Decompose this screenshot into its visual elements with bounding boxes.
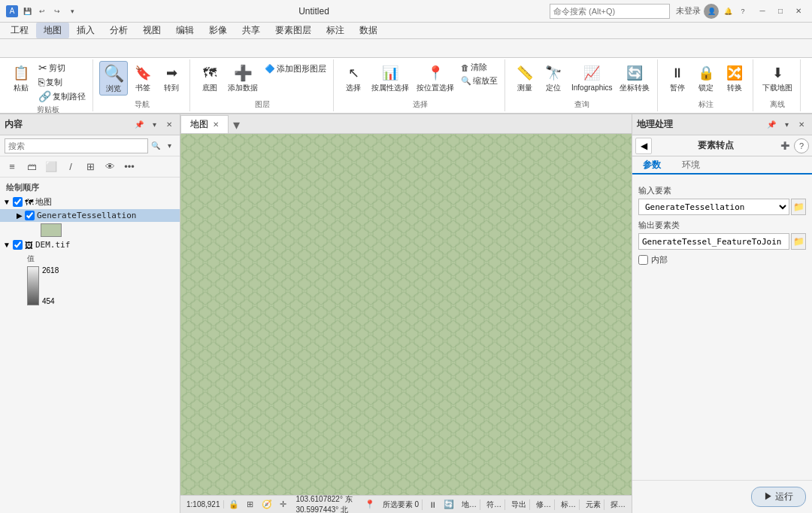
help-icon[interactable]: ? (737, 5, 749, 17)
convert-button[interactable]: 🔀 转换 (721, 61, 748, 94)
download-map-button[interactable]: ⬇ 下载地图 (759, 61, 795, 94)
panel-back-button[interactable]: ◀ (635, 138, 652, 154)
cut-button[interactable]: ✂ 剪切 (36, 61, 88, 74)
coord-convert-button[interactable]: 🔄 坐标转换 (617, 61, 653, 94)
copy-button[interactable]: ⎘ 复制 (36, 75, 88, 89)
layer-item-dem[interactable]: ▼ 🖼 DEM.tif (0, 238, 180, 251)
input-folder-button[interactable]: 📁 (791, 199, 806, 215)
filter-icon[interactable]: ▾ (163, 140, 175, 152)
sidebar-tool-list[interactable]: ≡ (3, 159, 21, 175)
browse-button[interactable]: 🔍 浏览 (99, 61, 128, 96)
sync-button[interactable]: 🔄 (442, 498, 456, 511)
menu-share[interactable]: 共享 (235, 23, 268, 38)
pause-button[interactable]: ⏸ 暂停 (664, 61, 691, 94)
move-button[interactable]: ✛ (277, 498, 290, 511)
map-tab-close[interactable]: ✕ (213, 120, 219, 129)
status-element[interactable]: 元素 (583, 499, 604, 510)
status-export[interactable]: 导出 (508, 499, 530, 510)
maximize-button[interactable]: □ (773, 5, 788, 17)
add-data-button[interactable]: ➕ 添加数据 (225, 61, 261, 94)
panel-help-button[interactable]: ? (794, 138, 809, 153)
run-button[interactable]: ▶ 运行 (751, 487, 806, 507)
menu-feature-layer[interactable]: 要素图层 (268, 23, 319, 38)
basemap-button[interactable]: 🗺 底图 (196, 61, 223, 94)
select-attr-button[interactable]: 📊 按属性选择 (368, 61, 412, 94)
panel-close-button[interactable]: ✕ (795, 119, 807, 131)
sidebar-tool-eye[interactable]: 👁 (101, 159, 119, 175)
goto-button[interactable]: ➡ 转到 (158, 61, 185, 94)
minimize-button[interactable]: ─ (755, 5, 770, 17)
select-button[interactable]: ↖ 选择 (340, 61, 367, 94)
lock-scale-button[interactable]: 🔒 (227, 498, 241, 511)
menu-data[interactable]: 数据 (352, 23, 385, 38)
map-expand-icon[interactable]: ▼ (3, 198, 11, 206)
menu-imagery[interactable]: 影像 (201, 23, 235, 38)
zoom-to-button[interactable]: 🔍 缩放至 (459, 74, 500, 87)
redo-icon[interactable]: ↪ (51, 5, 63, 17)
select-loc-button[interactable]: 📍 按位置选择 (414, 61, 457, 94)
sidebar-menu-button[interactable]: ▾ (148, 119, 160, 131)
sidebar-pin-button[interactable]: 📌 (133, 119, 145, 131)
sidebar-search-input[interactable] (5, 138, 148, 153)
user-avatar[interactable]: 👤 (704, 4, 719, 19)
sidebar-tool-table[interactable]: ⊞ (81, 159, 99, 175)
menu-analysis[interactable]: 分析 (102, 23, 135, 38)
save-icon[interactable]: 💾 (21, 5, 33, 17)
feature-count[interactable]: 所选要素 0 (380, 499, 423, 510)
status-sym[interactable]: 符… (483, 499, 505, 510)
map-checkbox[interactable] (13, 197, 23, 207)
menu-insert[interactable]: 插入 (69, 23, 102, 38)
locate-button[interactable]: 🔭 定位 (540, 61, 567, 94)
sidebar-tool-poly[interactable]: ⬜ (42, 159, 60, 175)
search-icon[interactable]: 🔍 (150, 140, 162, 152)
close-button[interactable]: ✕ (791, 5, 806, 17)
sidebar-close-button[interactable]: ✕ (163, 119, 175, 131)
menu-labeling[interactable]: 标注 (319, 23, 352, 38)
bookmark-button[interactable]: 🔖 书签 (129, 61, 156, 94)
output-feature-input[interactable] (638, 233, 789, 250)
panel-menu-button[interactable]: ▾ (780, 119, 792, 131)
more-icon[interactable]: ▾ (66, 5, 78, 17)
nav-tools-button[interactable]: 🧭 (260, 498, 274, 511)
input-feature-select[interactable]: GenerateTessellation (638, 199, 789, 215)
status-label[interactable]: 标… (558, 499, 580, 510)
layer-item-map[interactable]: ▼ 🗺 地图 (0, 195, 180, 209)
map-canvas[interactable] (180, 134, 632, 495)
dem-checkbox[interactable] (13, 240, 23, 250)
status-edit[interactable]: 修… (533, 499, 555, 510)
output-folder-button[interactable]: 📁 (791, 233, 806, 250)
notification-icon[interactable]: 🔔 (722, 5, 734, 17)
menu-edit[interactable]: 编辑 (168, 23, 201, 38)
panel-pin-button[interactable]: 📌 (765, 119, 777, 131)
measure-button[interactable]: 📏 测量 (511, 61, 538, 94)
dem-expand-icon[interactable]: ▼ (3, 241, 11, 249)
clear-button[interactable]: 🗑 清除 (459, 61, 500, 74)
pause-status-button[interactable]: ⏸ (426, 498, 439, 511)
interior-checkbox[interactable] (638, 255, 648, 265)
panel-add-button[interactable]: ➕ (779, 140, 791, 152)
map-dropdown-icon[interactable]: ▾ (229, 117, 244, 133)
status-explore[interactable]: 探… (607, 499, 629, 510)
status-map[interactable]: 地… (459, 499, 480, 510)
menu-project[interactable]: 工程 (3, 23, 36, 38)
add-graphic-button[interactable]: 🔷 添加图形图层 (262, 62, 329, 75)
menu-map[interactable]: 地图 (36, 23, 69, 38)
title-search-input[interactable] (550, 4, 670, 19)
panel-tab-params[interactable]: 参数 (632, 156, 671, 175)
coord-icon[interactable]: 📍 (363, 498, 377, 511)
copy-path-button[interactable]: 🔗 复制路径 (36, 90, 88, 103)
grid-button[interactable]: ⊞ (244, 498, 257, 511)
lock-button[interactable]: 🔒 锁定 (692, 61, 720, 94)
sidebar-tool-more[interactable]: ••• (120, 159, 138, 175)
sidebar-tool-db[interactable]: 🗃 (23, 159, 41, 175)
sidebar-tool-line[interactable]: / (62, 159, 80, 175)
infographics-button[interactable]: 📈 Infographics (568, 61, 615, 94)
menu-view[interactable]: 视图 (135, 23, 168, 38)
layer-item-tessellation[interactable]: ▶ GenerateTessellation (0, 209, 180, 222)
paste-button[interactable]: 📋 粘贴 (8, 61, 35, 94)
map-scale[interactable]: 1:108,921 (183, 500, 224, 508)
undo-icon[interactable]: ↩ (36, 5, 48, 17)
map-tab[interactable]: 地图 ✕ (180, 115, 229, 133)
tess-checkbox[interactable] (25, 211, 35, 220)
panel-tab-env[interactable]: 环境 (671, 156, 710, 173)
